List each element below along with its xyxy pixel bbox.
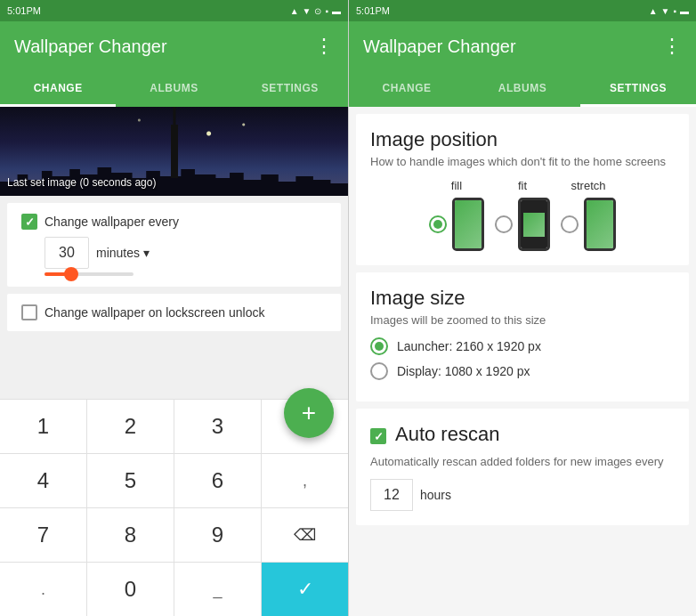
- slider-thumb[interactable]: [64, 267, 78, 281]
- wifi-icon-r: ▼: [661, 6, 670, 16]
- left-content: Last set image (0 seconds ago) Change wa…: [0, 107, 348, 399]
- phone-screen-fill: [455, 200, 482, 248]
- radio-fill[interactable]: [429, 215, 447, 233]
- interval-unit-label: minutes: [96, 246, 140, 260]
- tab-albums-left[interactable]: ALBUMS: [116, 71, 231, 107]
- app-title-left: Wallpaper Changer: [14, 36, 167, 57]
- option-fill: fill: [429, 179, 484, 251]
- interval-slider-track: [45, 272, 134, 276]
- hours-row: hours: [370, 479, 675, 511]
- overflow-menu-left[interactable]: ⋮: [314, 35, 334, 58]
- dropdown-arrow-icon: ▾: [143, 246, 150, 260]
- tabs-right: CHANGE ALBUMS SETTINGS: [349, 71, 696, 107]
- key-underscore[interactable]: _: [174, 563, 262, 616]
- auto-rescan-section: Auto rescan Automatically rescan added f…: [356, 409, 689, 525]
- preview-label: Last set image (0 seconds ago): [7, 176, 156, 189]
- app-title-right: Wallpaper Changer: [363, 36, 516, 57]
- status-bar-left: 5:01PM ▲ ▼ ⊙ ▪ ▬: [0, 0, 348, 21]
- key-1[interactable]: 1: [0, 400, 87, 453]
- image-size-desc: Images will be zoomed to this size: [370, 313, 675, 327]
- fit-label: fit: [518, 179, 527, 192]
- phone-stretch: [584, 198, 616, 251]
- auto-rescan-checkbox[interactable]: [370, 428, 386, 444]
- key-2[interactable]: 2: [87, 400, 174, 453]
- time-left: 5:01PM: [7, 5, 41, 16]
- tab-settings-right[interactable]: SETTINGS: [580, 71, 696, 107]
- interval-unit-dropdown[interactable]: minutes ▾: [96, 246, 150, 260]
- key-6[interactable]: 6: [174, 454, 262, 507]
- lockscreen-card: Change wallpaper on lockscreen unlock: [7, 294, 341, 331]
- battery-icon-r: ▪: [673, 6, 676, 16]
- phone-screen-stretch: [587, 200, 613, 248]
- stretch-label: stretch: [571, 179, 605, 192]
- phone-fit: [518, 198, 550, 251]
- hours-label: hours: [420, 488, 451, 502]
- numpad-row-4: . 0 _ ✓: [0, 562, 348, 616]
- change-every-checkbox[interactable]: [21, 214, 37, 230]
- image-position-desc: How to handle images which don't fit to …: [370, 155, 675, 168]
- phone-fill: [452, 198, 484, 251]
- lockscreen-checkbox[interactable]: [21, 304, 37, 320]
- change-wallpaper-card: Change wallpaper every minutes ▾: [7, 203, 341, 287]
- fill-option-row: [429, 198, 484, 251]
- notification-icon: ⊙: [314, 6, 321, 16]
- radio-launcher[interactable]: [370, 337, 388, 355]
- image-size-section: Image size Images will be zoomed to this…: [356, 272, 689, 401]
- tab-change-right[interactable]: CHANGE: [349, 71, 465, 107]
- key-3[interactable]: 3: [174, 400, 262, 453]
- stretch-option-row: [561, 198, 616, 251]
- size-option-display: Display: 1080 x 1920 px: [370, 362, 675, 380]
- tab-settings-left[interactable]: SETTINGS: [232, 71, 348, 107]
- key-8[interactable]: 8: [87, 508, 174, 562]
- tabs-left: CHANGE ALBUMS SETTINGS: [0, 71, 348, 107]
- key-5[interactable]: 5: [87, 454, 174, 507]
- battery-level-icon: ▬: [332, 6, 341, 16]
- wallpaper-preview: Last set image (0 seconds ago): [0, 107, 348, 196]
- wifi-icon: ▼: [303, 6, 312, 16]
- key-done[interactable]: ✓: [262, 563, 348, 616]
- numpad-row-3: 7 8 9 ⌫: [0, 507, 348, 562]
- backspace-icon: ⌫: [294, 525, 316, 545]
- radio-stretch[interactable]: [561, 215, 579, 233]
- key-4[interactable]: 4: [0, 454, 87, 507]
- signal-icon-r: ▲: [649, 6, 658, 16]
- signal-icon: ▲: [290, 6, 299, 16]
- image-position-title: Image position: [370, 128, 675, 151]
- numpad-row-2: 4 5 6 ,: [0, 453, 348, 507]
- app-bar-right: Wallpaper Changer ⋮: [349, 21, 696, 71]
- fit-option-row: [495, 198, 550, 251]
- key-0[interactable]: 0: [87, 563, 174, 616]
- fab-button[interactable]: +: [284, 388, 334, 438]
- display-label: Display: 1080 x 1920 px: [397, 364, 530, 378]
- radio-display[interactable]: [370, 362, 388, 380]
- battery-icon: ▪: [325, 6, 328, 16]
- key-9[interactable]: 9: [174, 508, 262, 562]
- interval-input[interactable]: [45, 237, 89, 269]
- status-icons-right: ▲ ▼ ▪ ▬: [649, 6, 689, 16]
- status-bar-right: 5:01PM ▲ ▼ ▪ ▬: [349, 0, 696, 21]
- key-dot[interactable]: .: [0, 563, 87, 616]
- key-backspace[interactable]: ⌫: [262, 508, 348, 562]
- radio-fit[interactable]: [495, 215, 513, 233]
- hours-input[interactable]: [370, 479, 413, 511]
- tab-change-left[interactable]: CHANGE: [0, 71, 116, 107]
- overflow-menu-right[interactable]: ⋮: [662, 35, 682, 58]
- size-option-launcher: Launcher: 2160 x 1920 px: [370, 337, 675, 355]
- settings-content: Image position How to handle images whic…: [349, 107, 696, 616]
- fab-icon: +: [302, 399, 316, 427]
- change-every-label: Change wallpaper every: [45, 215, 179, 229]
- status-icons-left: ▲ ▼ ⊙ ▪ ▬: [290, 6, 341, 16]
- interval-row: minutes ▾: [21, 237, 327, 269]
- image-position-section: Image position How to handle images whic…: [356, 114, 689, 265]
- key-7[interactable]: 7: [0, 508, 87, 562]
- image-size-title: Image size: [370, 287, 675, 310]
- lockscreen-label: Change wallpaper on lockscreen unlock: [45, 305, 264, 320]
- launcher-label: Launcher: 2160 x 1920 px: [397, 339, 541, 353]
- option-stretch: stretch: [561, 179, 616, 251]
- battery-level-r: ▬: [680, 6, 689, 16]
- key-comma[interactable]: ,: [262, 454, 348, 507]
- auto-rescan-desc: Automatically rescan added folders for n…: [370, 455, 675, 468]
- fill-label: fill: [451, 179, 462, 192]
- tab-albums-right[interactable]: ALBUMS: [465, 71, 580, 107]
- change-every-row: Change wallpaper every: [21, 214, 327, 230]
